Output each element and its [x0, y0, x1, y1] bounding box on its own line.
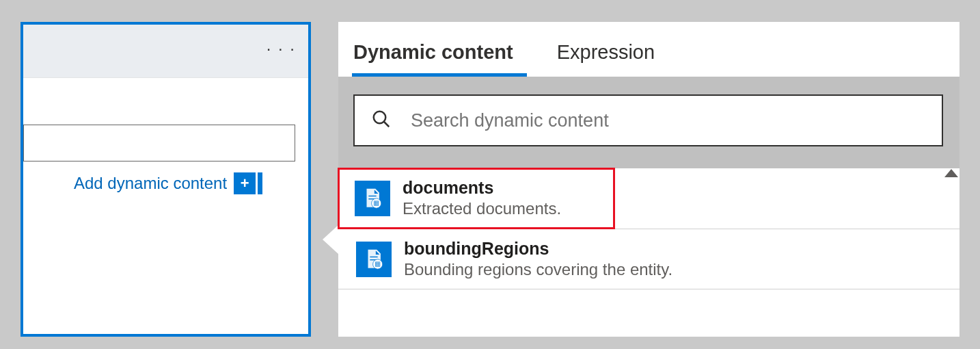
- result-item-boundingregions[interactable]: boundingRegions Bounding regions coverin…: [338, 229, 959, 289]
- document-icon: [355, 181, 390, 216]
- svg-rect-9: [375, 203, 375, 203]
- result-description: Extracted documents.: [403, 199, 561, 218]
- result-description: Bounding regions covering the entity.: [404, 260, 672, 279]
- dynamic-content-panel: Dynamic content Expression: [338, 22, 959, 337]
- document-icon: [356, 242, 392, 277]
- search-input[interactable]: [411, 110, 925, 131]
- add-button-accent: [258, 172, 262, 194]
- action-card: · · · Add dynamic content +: [21, 22, 311, 337]
- tab-dynamic-content[interactable]: Dynamic content: [352, 41, 532, 76]
- svg-rect-12: [375, 204, 375, 205]
- add-button[interactable]: +: [234, 172, 256, 194]
- search-box[interactable]: [353, 94, 943, 146]
- svg-rect-23: [377, 263, 378, 264]
- scroll-up-icon[interactable]: [944, 169, 958, 177]
- search-section: [338, 77, 959, 168]
- svg-rect-19: [376, 262, 377, 263]
- callout-arrow-icon: [323, 224, 339, 255]
- svg-rect-2: [368, 195, 376, 196]
- result-item-documents[interactable]: documents Extracted documents.: [338, 168, 614, 229]
- action-card-body: Add dynamic content +: [23, 78, 308, 203]
- svg-line-1: [384, 122, 390, 127]
- svg-rect-10: [376, 203, 377, 203]
- svg-rect-25: [376, 265, 377, 266]
- svg-rect-7: [376, 201, 377, 202]
- svg-rect-15: [370, 256, 377, 257]
- result-text: documents Extracted documents.: [403, 178, 561, 218]
- svg-rect-22: [376, 263, 377, 264]
- svg-rect-21: [379, 262, 379, 263]
- svg-rect-6: [375, 201, 375, 202]
- svg-rect-8: [377, 201, 378, 202]
- svg-rect-27: [379, 265, 379, 266]
- value-input[interactable]: [23, 125, 295, 161]
- tabs: Dynamic content Expression: [338, 22, 959, 77]
- results-container: documents Extracted documents.: [338, 168, 959, 289]
- result-title: boundingRegions: [404, 239, 672, 259]
- svg-rect-26: [377, 265, 378, 266]
- add-dynamic-row: Add dynamic content +: [23, 172, 300, 194]
- more-icon[interactable]: · · ·: [267, 40, 296, 57]
- svg-point-0: [374, 112, 386, 124]
- search-icon: [371, 109, 392, 132]
- svg-rect-11: [377, 203, 378, 203]
- tab-expression[interactable]: Expression: [556, 41, 674, 76]
- result-title: documents: [403, 178, 561, 198]
- add-dynamic-content-link[interactable]: Add dynamic content: [74, 174, 227, 193]
- result-text: boundingRegions Bounding regions coverin…: [404, 239, 672, 279]
- action-card-header: · · ·: [23, 25, 308, 78]
- svg-rect-13: [376, 204, 377, 205]
- svg-rect-24: [379, 263, 379, 264]
- svg-rect-20: [377, 262, 378, 263]
- svg-rect-14: [377, 204, 378, 205]
